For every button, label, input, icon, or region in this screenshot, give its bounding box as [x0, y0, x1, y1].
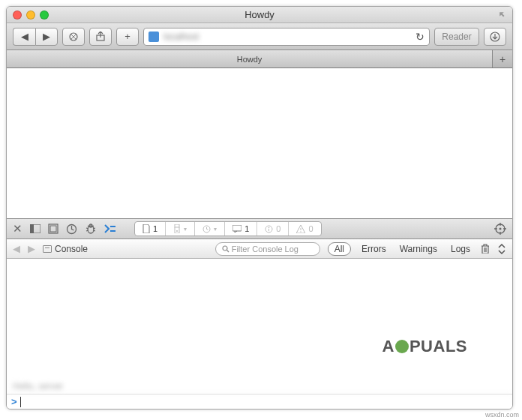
issues-count: 0 [276, 224, 280, 233]
svg-point-20 [500, 228, 502, 230]
stylesheets-pill[interactable]: ▾ [166, 222, 195, 236]
browser-toolbar: ◀ ▶ + localhost ↻ Reader [7, 23, 512, 50]
close-window-button[interactable] [13, 10, 22, 20]
breadcrumb-label: Console [55, 244, 88, 254]
issues-pill[interactable]: 0 [257, 222, 289, 236]
console-back-button[interactable]: ◀ [13, 243, 20, 254]
svg-rect-6 [50, 226, 56, 232]
reload-icon[interactable]: ↻ [416, 31, 424, 43]
traffic-lights [7, 10, 49, 20]
titlebar: Howdy [7, 7, 512, 23]
search-placeholder: Filter Console Log [232, 244, 298, 254]
tab-plus-button[interactable]: + [493, 50, 512, 68]
browser-window: Howdy ◀ ▶ + localhost ↻ Reader Howdy + [6, 6, 513, 410]
address-text: localhost [164, 32, 199, 42]
share-button[interactable] [89, 28, 112, 46]
window-title: Howdy [7, 9, 512, 20]
filter-all-tab[interactable]: All [328, 242, 351, 256]
svg-rect-17 [301, 228, 302, 230]
console-panel-icon[interactable] [104, 224, 116, 234]
favicon-icon [148, 32, 159, 42]
timeline-panel-icon[interactable] [66, 224, 77, 235]
warnings-count: 0 [308, 224, 313, 233]
time-pill[interactable]: ▾ [195, 222, 225, 236]
filter-warnings-tab[interactable]: Warnings [397, 244, 440, 254]
resource-filter-pills: 1 ▾ ▾ 1 [134, 221, 322, 236]
info-icon [265, 225, 273, 233]
document-icon [142, 224, 150, 233]
svg-rect-13 [232, 225, 242, 231]
forward-button[interactable]: ▶ [35, 28, 58, 46]
search-icon [222, 245, 230, 253]
svg-point-11 [176, 230, 178, 232]
svg-rect-10 [175, 224, 179, 227]
svg-point-15 [268, 226, 270, 228]
new-tab-button[interactable]: + [116, 28, 139, 46]
console-log-line: Hello, server [7, 380, 512, 394]
console-empty-area [7, 259, 512, 380]
address-bar[interactable]: localhost ↻ [143, 28, 430, 46]
console-prompt-icon: > [11, 396, 17, 407]
chevron-down-icon: ▾ [214, 226, 217, 232]
tab-howdy[interactable]: Howdy [7, 50, 493, 68]
attribution-text: wsxdn.com [485, 411, 519, 418]
chevron-down-icon: ▾ [184, 226, 187, 232]
reader-button[interactable]: Reader [434, 28, 479, 46]
logs-pill[interactable]: 1 [225, 222, 257, 236]
svg-point-21 [223, 246, 227, 250]
documents-count: 1 [153, 224, 158, 233]
elements-panel-icon[interactable] [48, 224, 58, 234]
console-cursor [20, 397, 21, 407]
page-content-area [7, 68, 512, 218]
nav-button-group: ◀ ▶ [13, 28, 58, 46]
tab-bar: Howdy + [7, 50, 512, 68]
inspect-element-icon[interactable] [494, 223, 506, 235]
console-toolbar: ◀ ▶ Console Filter Console Log All Error… [7, 239, 512, 259]
filter-logs-tab[interactable]: Logs [448, 244, 473, 254]
console-breadcrumb[interactable]: Console [43, 244, 88, 254]
console-forward-button[interactable]: ▶ [28, 243, 35, 254]
clock-icon [202, 225, 211, 233]
warning-icon [296, 225, 305, 233]
console-search-input[interactable]: Filter Console Log [215, 242, 320, 256]
downloads-button[interactable] [484, 28, 506, 46]
back-button[interactable]: ◀ [13, 28, 35, 46]
zoom-window-button[interactable] [40, 10, 49, 20]
fullscreen-icon[interactable] [497, 10, 506, 19]
minimize-window-button[interactable] [26, 10, 35, 20]
console-prompt-line[interactable]: > [7, 394, 512, 409]
filter-errors-tab[interactable]: Errors [358, 244, 389, 254]
console-output-area[interactable]: Hello, server > A PUALS [7, 259, 512, 409]
devtools-toolbar: ✕ 1 ▾ [7, 218, 512, 239]
warnings-pill[interactable]: 0 [289, 222, 320, 236]
svg-point-18 [301, 231, 302, 232]
log-icon [232, 225, 242, 232]
svg-rect-4 [30, 224, 34, 233]
breadcrumb-icon [43, 245, 52, 253]
close-devtools-icon[interactable]: ✕ [13, 222, 22, 236]
clear-console-icon[interactable] [481, 244, 490, 254]
expand-console-icon[interactable] [497, 244, 506, 254]
documents-pill[interactable]: 1 [135, 222, 166, 236]
debugger-panel-icon[interactable] [85, 224, 97, 234]
logs-count: 1 [244, 224, 249, 233]
svg-rect-16 [268, 229, 269, 231]
omnibox-button[interactable] [62, 28, 85, 46]
stylesheet-icon [173, 224, 181, 233]
dock-side-icon[interactable] [30, 224, 40, 233]
